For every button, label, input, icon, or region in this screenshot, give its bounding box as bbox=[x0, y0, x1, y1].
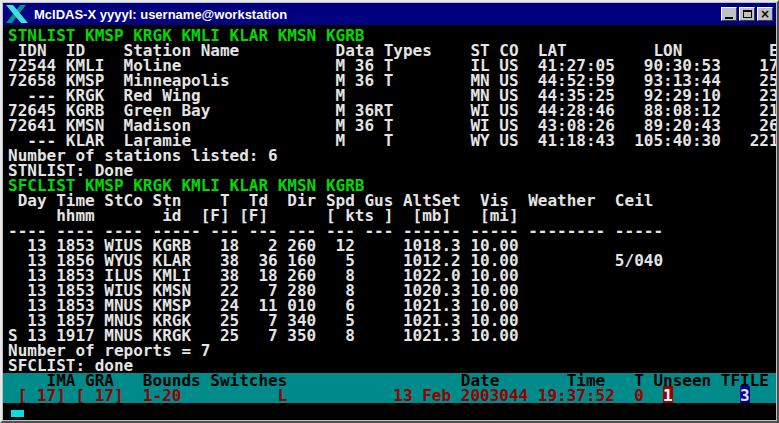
terminal-output: STNLIST KMSP KRGK KMLI KLAR KMSN KGRB ID… bbox=[3, 25, 776, 373]
command-input-area[interactable] bbox=[3, 403, 776, 420]
maximize-button[interactable] bbox=[739, 7, 755, 21]
window-controls: × bbox=[721, 7, 773, 21]
minimize-icon bbox=[725, 17, 733, 19]
minimize-button[interactable] bbox=[721, 7, 737, 21]
titlebar[interactable]: McIDAS-X yyyyl: username@workstation × bbox=[3, 3, 776, 25]
x11-logo-icon bbox=[6, 5, 28, 23]
window-title: McIDAS-X yyyyl: username@workstation bbox=[34, 7, 287, 22]
maximize-icon bbox=[743, 10, 752, 18]
status-values-row: [ 17] [ 17] 1-20 L 13 Feb 2003044 19:37:… bbox=[8, 388, 776, 403]
status-bar: IMA GRA Bounds Switches Date Time T Unse… bbox=[3, 373, 776, 403]
close-button[interactable]: × bbox=[757, 7, 773, 21]
text-cursor bbox=[11, 410, 24, 417]
mcidas-window: McIDAS-X yyyyl: username@workstation × S… bbox=[0, 0, 779, 423]
close-icon: × bbox=[760, 8, 770, 20]
terminal-lines: STNLIST KMSP KRGK KMLI KLAR KMSN KGRB ID… bbox=[8, 28, 776, 373]
